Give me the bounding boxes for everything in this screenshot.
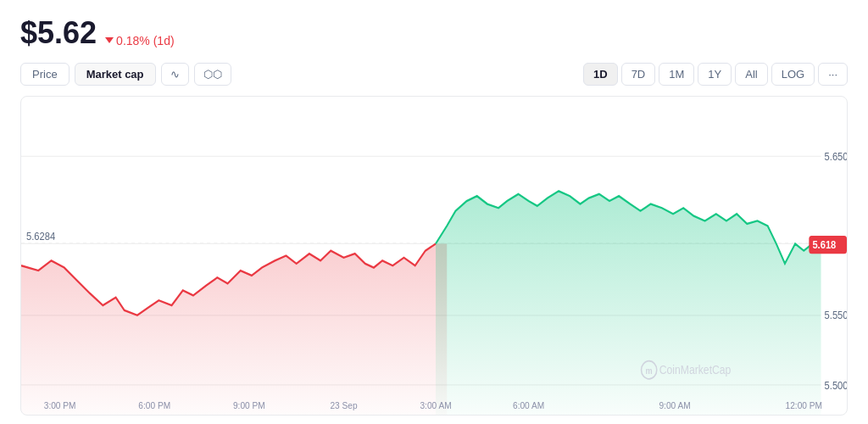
svg-text:6:00 AM: 6:00 AM	[513, 399, 544, 410]
svg-text:9:00 PM: 9:00 PM	[233, 399, 265, 410]
svg-text:12:00 PM: 12:00 PM	[786, 399, 822, 410]
svg-text:m: m	[646, 365, 653, 376]
line-chart-icon: ∿	[170, 68, 180, 81]
time-filter-1y[interactable]: 1Y	[698, 63, 732, 86]
svg-text:5.550: 5.550	[825, 310, 847, 322]
main-container: $5.62 0.18% (1d) Price Market cap ∿ ⬡⬡ 1…	[0, 0, 868, 424]
svg-text:5.618: 5.618	[812, 239, 836, 252]
price-change-value: 0.18% (1d)	[116, 34, 174, 47]
time-filter-1m[interactable]: 1M	[659, 63, 694, 86]
svg-text:6:00 PM: 6:00 PM	[138, 399, 170, 410]
price-change: 0.18% (1d)	[105, 34, 174, 47]
red-area-fill	[21, 243, 447, 415]
time-filter-all[interactable]: All	[735, 63, 767, 86]
tab-market-cap[interactable]: Market cap	[75, 63, 156, 86]
price-down-arrow-icon	[105, 37, 114, 43]
time-filter-more[interactable]: ···	[818, 63, 848, 86]
chart-candle-btn[interactable]: ⬡⬡	[194, 63, 231, 86]
price-chart-svg: 5.6284 5.650 5.600 5.550 5.500 5.618	[21, 97, 847, 415]
svg-text:9:00 AM: 9:00 AM	[659, 399, 690, 410]
svg-text:CoinMarketCap: CoinMarketCap	[659, 363, 732, 377]
svg-text:5.500: 5.500	[825, 379, 847, 392]
toolbar-right: 1D 7D 1M 1Y All LOG ···	[583, 63, 848, 86]
chart-line-btn[interactable]: ∿	[161, 63, 189, 86]
price-value: $5.62	[20, 15, 97, 51]
time-filter-1d[interactable]: 1D	[583, 63, 618, 86]
svg-text:23 Sep: 23 Sep	[330, 399, 357, 410]
time-filter-7d[interactable]: 7D	[621, 63, 656, 86]
time-filter-log[interactable]: LOG	[771, 63, 815, 86]
chart-area: 5.6284 5.650 5.600 5.550 5.500 5.618	[20, 96, 848, 416]
svg-text:5.650: 5.650	[825, 150, 847, 163]
svg-text:3:00 AM: 3:00 AM	[420, 399, 451, 410]
tab-price[interactable]: Price	[20, 63, 70, 86]
svg-text:5.6284: 5.6284	[26, 230, 55, 243]
svg-text:3:00 PM: 3:00 PM	[44, 399, 76, 410]
price-header: $5.62 0.18% (1d)	[20, 15, 848, 51]
chart-toolbar: Price Market cap ∿ ⬡⬡ 1D 7D 1M 1Y All LO…	[20, 63, 848, 86]
candle-chart-icon: ⬡⬡	[203, 68, 222, 81]
toolbar-left: Price Market cap ∿ ⬡⬡	[20, 63, 231, 86]
